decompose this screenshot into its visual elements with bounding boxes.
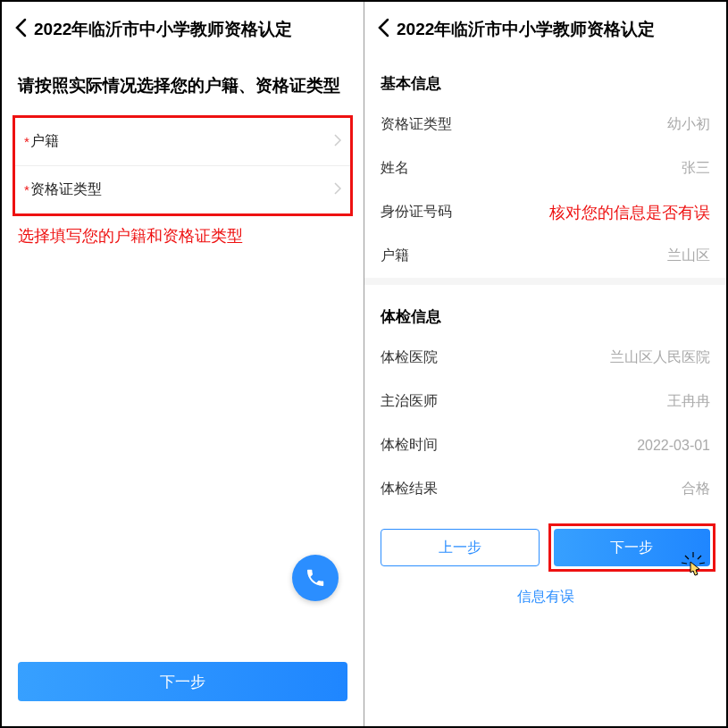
household-value: 兰山区 [667,247,710,265]
section-basic-title: 基本信息 [364,52,726,103]
hospital-value: 兰山区人民医院 [610,348,710,367]
header: 2022年临沂市中小学教师资格认定 [364,2,726,52]
instruction-text: 请按照实际情况选择您的户籍、资格证类型 [2,52,364,115]
page-title: 2022年临沂市中小学教师资格认定 [34,18,292,41]
prev-button[interactable]: 上一步 [381,529,540,566]
doctor-label: 主治医师 [381,392,438,411]
household-label: 户籍 [381,247,409,265]
section-exam-title: 体检信息 [364,285,726,336]
result-row: 体检结果 合格 [364,467,726,511]
divider [364,278,726,285]
chevron-right-icon [334,134,341,149]
date-row: 体检时间 2022-03-01 [364,423,726,467]
name-row: 姓名 张三 [364,146,726,190]
name-label: 姓名 [381,159,409,178]
error-link[interactable]: 信息有误 [364,573,726,617]
chevron-right-icon [334,182,341,197]
doctor-row: 主治医师 王冉冉 [364,380,726,423]
name-value: 张三 [682,159,710,178]
hospital-label: 体检医院 [381,348,438,367]
button-row: 上一步 下一步 [364,511,726,573]
next-button[interactable]: 下一步 [18,662,347,701]
phone-icon [305,567,326,589]
back-icon[interactable] [14,18,27,41]
phone-fab[interactable] [292,555,339,601]
household-label: 户籍 [30,132,59,151]
next-button[interactable]: 下一步 [554,529,711,566]
result-label: 体检结果 [381,480,438,498]
screen-left: 2022年临沂市中小学教师资格认定 请按照实际情况选择您的户籍、资格证类型 * … [2,2,364,726]
cert-type-value: 幼小初 [667,115,710,134]
cert-type-field[interactable]: * 资格证类型 [15,166,350,213]
date-value: 2022-03-01 [637,438,710,454]
page-title: 2022年临沂市中小学教师资格认定 [397,18,655,41]
result-value: 合格 [682,480,710,498]
doctor-value: 王冉冉 [667,392,710,411]
cert-type-row: 资格证类型 幼小初 [364,103,726,146]
required-star-icon: * [24,134,29,149]
household-row: 户籍 兰山区 [364,234,726,278]
annotation-box: * 户籍 * 资格证类型 [13,115,353,216]
back-icon[interactable] [377,18,389,41]
household-field[interactable]: * 户籍 [15,118,350,166]
header: 2022年临沂市中小学教师资格认定 [2,2,364,52]
required-star-icon: * [24,182,29,197]
hospital-row: 体检医院 兰山区人民医院 [364,336,726,380]
cert-type-label: 资格证类型 [30,180,102,199]
id-row: 身份证号码 核对您的信息是否有误 [364,190,726,234]
cert-type-label: 资格证类型 [381,115,452,134]
annotation-verify: 核对您的信息是否有误 [549,202,710,223]
id-label: 身份证号码 [381,203,452,222]
annotation-text: 选择填写您的户籍和资格证类型 [2,216,364,255]
date-label: 体检时间 [381,436,438,455]
screen-right: 2022年临沂市中小学教师资格认定 基本信息 资格证类型 幼小初 姓名 张三 身… [364,2,726,726]
